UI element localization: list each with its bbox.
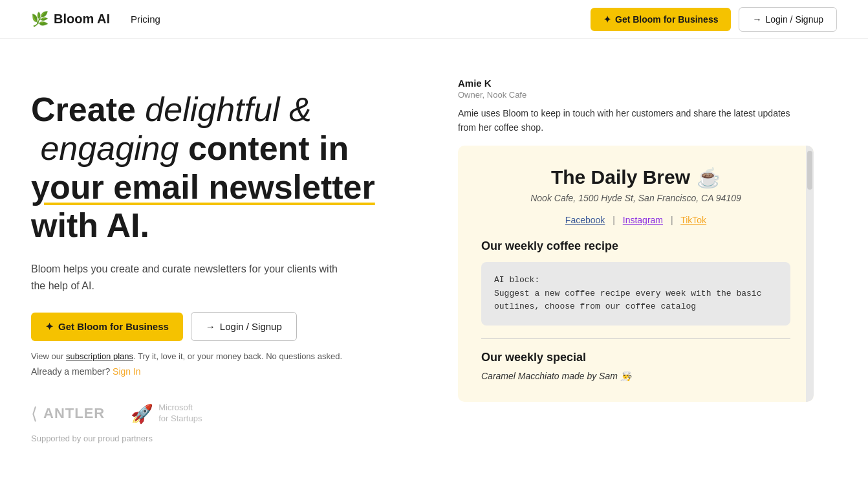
facebook-link[interactable]: Facebook [565,215,605,225]
preview-divider [481,338,790,339]
preview-social-links: Facebook | Instagram | TikTok [481,215,790,225]
hero-login-label: Login / Signup [220,321,282,332]
scroll-thumb [807,151,812,190]
ai-block: AI block: Suggest a new coffee recipe ev… [481,262,790,326]
fine-print: View our subscription plans. Try it, lov… [31,351,406,361]
testimonial-text: Amie uses Bloom to keep in touch with he… [458,106,807,135]
hero-heading: Create delightful & engaging content iny… [31,91,406,245]
instagram-link[interactable]: Instagram [623,215,663,225]
special-text: Caramel Macchiato made by Sam 👨‍🍳 [481,371,790,381]
testimonial-role: Owner, Nook Cafe [458,90,837,100]
scroll-track[interactable] [806,146,814,402]
nav-right: ✦ Get Bloom for Business → Login / Signu… [591,7,837,32]
hero-cta-label: Get Bloom for Business [58,321,169,332]
nav-login-label: Login / Signup [765,14,823,25]
ai-block-text: Suggest a new coffee recipe every week w… [494,287,777,315]
hero-cta-button[interactable]: ✦ Get Bloom for Business [31,313,183,341]
navbar: 🌿 Bloom AI Pricing ✦ Get Bloom for Busin… [0,0,868,39]
hero-login-button[interactable]: → Login / Signup [191,312,297,341]
partners-section: ⟨ ANTLER 🚀 Microsoft for Startups Suppor… [31,403,406,443]
tiktok-link[interactable]: TikTok [680,215,706,225]
pricing-nav-link[interactable]: Pricing [131,14,160,25]
cta-row: ✦ Get Bloom for Business → Login / Signu… [31,312,406,341]
sep2: | [671,215,673,225]
sep1: | [613,215,615,225]
nav-left: 🌿 Bloom AI Pricing [31,11,160,28]
antler-text: ANTLER [43,405,105,422]
partners-label: Supported by our proud partners [31,434,153,443]
microsoft-logo: 🚀 Microsoft for Startups [131,403,202,425]
preview-title: The Daily Brew ☕ [481,166,790,189]
nav-cta-icon: ✦ [603,14,611,25]
sign-in-link[interactable]: Sign In [113,366,141,377]
antler-bracket-icon: ⟨ [31,404,38,424]
already-member-text: Already a member? Sign In [31,366,406,377]
nav-cta-label: Get Bloom for Business [615,14,718,25]
section2-title: Our weekly special [481,351,790,364]
partner-logos: ⟨ ANTLER 🚀 Microsoft for Startups [31,403,202,425]
nav-login-button[interactable]: → Login / Signup [739,7,837,32]
rocket-icon: 🚀 [131,403,153,425]
coffee-emoji: ☕ [697,166,721,189]
main-content: Create delightful & engaging content iny… [0,39,868,443]
email-preview-card: The Daily Brew ☕ Nook Cafe, 1500 Hyde St… [458,146,814,402]
logo-icon: 🌿 [31,11,49,28]
ai-block-label: AI block: [494,274,777,287]
microsoft-text: Microsoft for Startups [158,403,202,425]
logo-link[interactable]: 🌿 Bloom AI [31,11,110,28]
logo-text: Bloom AI [54,12,110,27]
nav-login-icon: → [752,14,761,25]
testimonial-author: Amie K [458,78,837,89]
antler-logo: ⟨ ANTLER [31,404,105,424]
nav-cta-button[interactable]: ✦ Get Bloom for Business [591,8,731,31]
subscription-plans-link[interactable]: subscription plans [66,351,133,361]
hero-subtext: Bloom helps you create and curate newsle… [31,261,342,294]
hero-login-icon: → [206,321,215,332]
section1-title: Our weekly coffee recipe [481,239,790,253]
preview-subtitle: Nook Cafe, 1500 Hyde St, San Francisco, … [481,193,790,203]
hero-cta-icon: ✦ [45,321,54,333]
right-column: Amie K Owner, Nook Cafe Amie uses Bloom … [458,78,837,443]
left-column: Create delightful & engaging content iny… [31,78,406,443]
